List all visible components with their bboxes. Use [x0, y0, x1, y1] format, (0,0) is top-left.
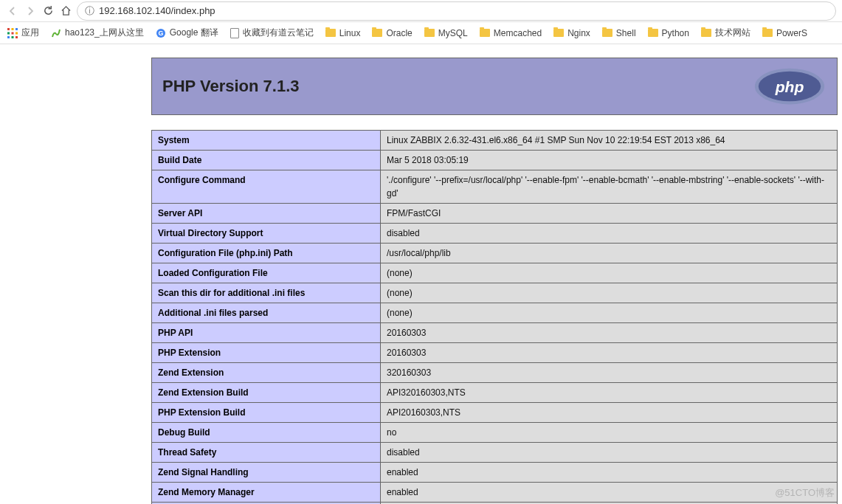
bookmark-item[interactable]: Oracle [372, 28, 412, 38]
bookmark-label: Python [662, 28, 689, 38]
bookmark-item[interactable]: GGoogle 翻译 [156, 27, 218, 39]
back-button[interactable] [6, 4, 19, 18]
config-key: Server API [152, 204, 381, 224]
table-row: PHP Extension20160303 [152, 343, 838, 363]
bookmark-label: Nginx [567, 28, 590, 38]
address-bar[interactable]: ⓘ 192.168.102.140/index.php [77, 1, 836, 21]
config-value: 20160303 [381, 323, 838, 343]
table-row: Thread Safetydisabled [152, 443, 838, 463]
config-key: Build Date [152, 151, 381, 170]
config-value: API320160303,NTS [381, 383, 838, 403]
config-key: Additional .ini files parsed [152, 303, 381, 323]
svg-text:php: php [775, 78, 804, 95]
php-version-title: PHP Version 7.1.3 [162, 77, 299, 96]
config-key: Virtual Directory Support [152, 224, 381, 244]
folder-icon [424, 29, 435, 37]
page-content: PHP Version 7.1.3 php SystemLinux ZABBIX… [0, 58, 842, 504]
config-value: FPM/FastCGI [381, 204, 838, 224]
bookmark-item[interactable]: Nginx [553, 28, 590, 38]
table-row: PHP API20160303 [152, 323, 838, 343]
table-row: Additional .ini files parsed(none) [152, 303, 838, 323]
config-value: no [381, 423, 838, 443]
config-key: Debug Build [152, 423, 381, 443]
config-value: enabled [381, 483, 838, 503]
home-button[interactable] [59, 4, 72, 18]
folder-icon [648, 29, 658, 37]
table-row: Zend Extension BuildAPI320160303,NTS [152, 383, 838, 403]
config-key: Loaded Configuration File [152, 263, 381, 283]
bookmark-label: PowerS [776, 28, 807, 38]
bookmark-label: Memcached [494, 28, 542, 38]
bookmark-label: 收藏到有道云笔记 [243, 27, 314, 39]
bookmark-label: MySQL [438, 28, 468, 38]
table-row: Server APIFPM/FastCGI [152, 204, 838, 224]
config-value: Linux ZABBIX 2.6.32-431.el6.x86_64 #1 SM… [381, 131, 838, 151]
config-key: Configure Command [152, 170, 381, 204]
config-value: enabled [381, 463, 838, 483]
folder-icon [762, 29, 773, 37]
bookmark-item[interactable]: Linux [325, 28, 361, 38]
php-logo-icon: php [753, 67, 827, 106]
svg-rect-7 [12, 36, 14, 38]
page-icon [230, 28, 239, 38]
config-value: /usr/local/php/lib [381, 244, 838, 263]
table-row: Configuration File (php.ini) Path/usr/lo… [152, 244, 838, 263]
config-value: Mar 5 2018 03:05:19 [381, 151, 838, 170]
table-row: SystemLinux ZABBIX 2.6.32-431.el6.x86_64… [152, 131, 838, 151]
folder-icon [480, 29, 490, 37]
bookmark-label: Shell [616, 28, 636, 38]
forward-button[interactable] [24, 4, 37, 18]
svg-rect-1 [12, 28, 14, 30]
config-key: PHP API [152, 323, 381, 343]
phpinfo-header: PHP Version 7.1.3 php [151, 58, 838, 115]
table-row: Zend Memory Managerenabled [152, 483, 838, 503]
config-value: disabled [381, 443, 838, 463]
svg-rect-8 [15, 36, 18, 38]
apps-label: 应用 [21, 27, 39, 39]
bookmark-label: Linux [339, 28, 361, 38]
config-key: Configuration File (php.ini) Path [152, 244, 381, 263]
bookmark-item[interactable]: PowerS [762, 28, 807, 38]
folder-icon [602, 29, 612, 37]
table-row: PHP Extension BuildAPI20160303,NTS [152, 403, 838, 423]
config-key: Zend Signal Handling [152, 463, 381, 483]
svg-text:G: G [158, 30, 163, 37]
folder-icon [372, 29, 382, 37]
config-value: (none) [381, 263, 838, 283]
bookmark-item[interactable]: Memcached [480, 28, 542, 38]
bookmark-label: Google 翻译 [170, 27, 218, 39]
watermark: @51CTO博客 [775, 486, 835, 500]
google-icon: G [156, 28, 166, 38]
folder-icon [701, 29, 711, 37]
table-row: Loaded Configuration File(none) [152, 263, 838, 283]
bookmark-item[interactable]: Shell [602, 28, 636, 38]
config-key: Zend Extension [152, 363, 381, 383]
folder-icon [325, 29, 336, 37]
svg-rect-5 [15, 32, 18, 34]
reload-button[interactable] [41, 4, 55, 18]
phpinfo-table: SystemLinux ZABBIX 2.6.32-431.el6.x86_64… [151, 130, 838, 504]
table-row: Zend Extension320160303 [152, 363, 838, 383]
apps-button[interactable]: 应用 [7, 27, 39, 39]
config-key: Scan this dir for additional .ini files [152, 283, 381, 303]
table-row: Scan this dir for additional .ini files(… [152, 283, 838, 303]
bookmark-item[interactable]: hao123_上网从这里 [51, 27, 144, 39]
browser-toolbar: ⓘ 192.168.102.140/index.php [0, 0, 842, 22]
svg-rect-3 [7, 32, 10, 34]
config-value: 320160303 [381, 363, 838, 383]
folder-icon [553, 29, 564, 37]
bookmark-item[interactable]: Python [648, 28, 689, 38]
config-value: 20160303 [381, 343, 838, 363]
config-key: PHP Extension [152, 343, 381, 363]
hao123-icon [51, 28, 61, 38]
config-value: (none) [381, 283, 838, 303]
bookmark-item[interactable]: MySQL [424, 28, 468, 38]
bookmark-label: Oracle [386, 28, 412, 38]
config-value: './configure' '--prefix=/usr/local/php' … [381, 170, 838, 204]
bookmark-item[interactable]: 技术网站 [701, 27, 750, 39]
config-key: System [152, 131, 381, 151]
bookmark-item[interactable]: 收藏到有道云笔记 [230, 27, 314, 39]
bookmark-label: hao123_上网从这里 [65, 27, 144, 39]
table-row: Build DateMar 5 2018 03:05:19 [152, 151, 838, 170]
site-info-icon[interactable]: ⓘ [85, 4, 94, 18]
